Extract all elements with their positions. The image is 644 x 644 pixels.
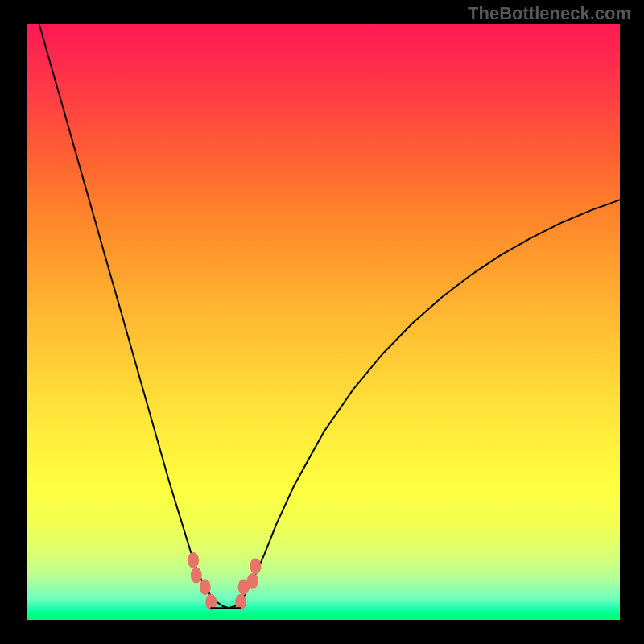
curve-marker [247, 573, 258, 589]
curve-marker [250, 558, 261, 574]
curve-svg [27, 24, 620, 620]
bottleneck-curve [39, 24, 620, 608]
watermark-text: TheBottleneck.com [468, 3, 631, 24]
plot-area [27, 24, 620, 620]
chart-frame: TheBottleneck.com [0, 0, 644, 644]
curve-markers [188, 552, 261, 610]
curve-marker [191, 568, 202, 584]
curve-marker [200, 579, 211, 595]
curve-marker [188, 552, 199, 568]
